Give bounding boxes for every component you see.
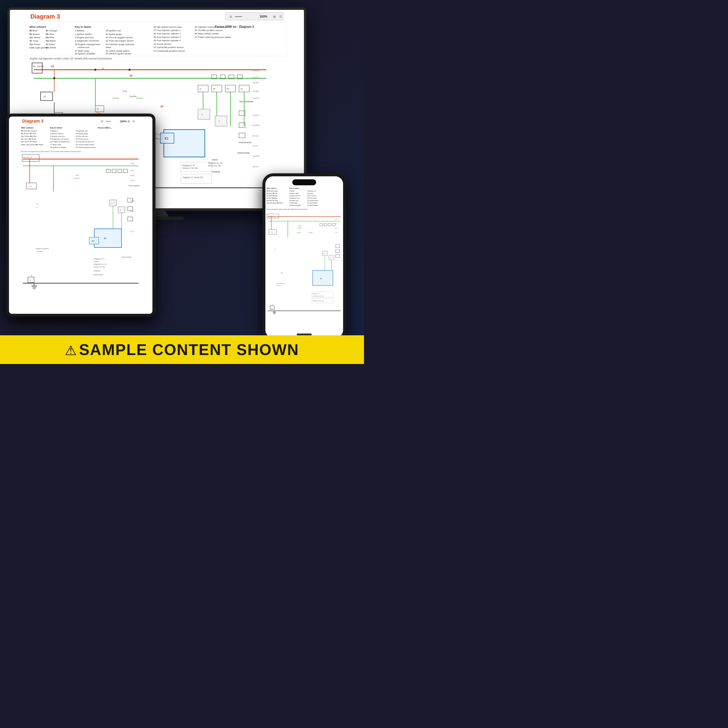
svg-text:Engine management system Zetec: Engine management system Zetec SE models…: [266, 209, 308, 210]
svg-text:Various locations,: Various locations,: [276, 283, 285, 284]
svg-rect-190: [118, 207, 125, 213]
svg-text:4  Diagnostic connector: 4 Diagnostic connector: [51, 138, 69, 140]
svg-text:E1: E1: [165, 137, 168, 140]
svg-text:1  Battery: 1 Battery: [75, 31, 84, 32]
svg-text:Gn/Ge: Gn/Ge: [112, 97, 119, 99]
svg-text:F18: F18: [123, 90, 127, 93]
svg-text:38  Fuel injector cylinder 2: 38 Fuel injector cylinder 2: [154, 32, 181, 35]
phone-main: Wire colours Bl Blue Or Orange Br Brown …: [265, 196, 343, 338]
svg-text:32 Post-cat oxy...: 32 Post-cat oxy...: [307, 197, 317, 199]
svg-text:26  Engine management: 26 Engine management: [51, 141, 70, 142]
svg-text:Heating: Heating: [93, 269, 100, 272]
svg-text:28 Ignition amplifier: 28 Ignition amplifier: [289, 205, 301, 206]
svg-text:26 Engine mgt...: 26 Engine mgt...: [289, 200, 299, 202]
svg-text:Trip computer: Trip computer: [128, 184, 140, 187]
svg-text:Sw/Ge: Sw/Ge: [130, 200, 135, 202]
svg-text:Ws/Bl: Ws/Bl: [130, 174, 135, 176]
svg-text:29  Ignition coil: 29 Ignition coil: [76, 132, 87, 132]
scene: H Haynes shows you how Rendering: Auto: [0, 0, 364, 364]
svg-text:Ws/Bl: Ws/Bl: [335, 228, 338, 229]
svg-text:Sw/Or: Sw/Or: [130, 170, 135, 171]
svg-text:27: 27: [271, 232, 273, 233]
svg-text:Diagram 2, E: Diagram 2, E: [313, 293, 320, 294]
svg-rect-268: [322, 251, 327, 255]
svg-text:3  Engine fuse box: 3 Engine fuse box: [75, 36, 94, 39]
svg-text:30  Spark plugs: 30 Spark plugs: [106, 33, 121, 35]
svg-text:E1: E1: [92, 240, 95, 242]
svg-text:4  Diagnostic connector: 4 Diagnostic connector: [75, 40, 99, 42]
tablet-screen: H Haynes shows you how Ford Focus Servic…: [9, 116, 152, 314]
svg-text:34 Clutch pedal...: 34 Clutch pedal...: [307, 202, 318, 204]
svg-text:31 Pre-cat oxy...: 31 Pre-cat oxy...: [307, 196, 317, 197]
svg-text:Gn/Ge: Gn/Ge: [297, 232, 301, 233]
svg-text:Diagram 2, E: Diagram 2, E: [93, 258, 104, 260]
svg-text:32  Post-cat oxygen sensor: 32 Post-cat oxygen sensor: [106, 40, 134, 42]
svg-text:26: 26: [281, 272, 283, 274]
svg-text:Instruments: Instruments: [122, 256, 132, 258]
phone-device: H Haynes Ford Focus Service and Diagram …: [262, 173, 346, 341]
svg-text:E1: E1: [320, 278, 322, 280]
svg-text:Arrow Cl, Gr, Gb: Arrow Cl, Gr, Gb: [183, 167, 197, 169]
svg-text:3  Engine fuse box: 3 Engine fuse box: [51, 135, 65, 137]
svg-text:Engine management system Zetec: Engine management system Zetec SE models…: [67, 57, 112, 60]
svg-text:Gn/Bl: Gn/Bl: [335, 219, 338, 220]
sample-content-banner: ⚠SAMPLE CONTENT SHOWN: [0, 335, 364, 364]
phone-screen: H Haynes Ford Focus Service and Diagram …: [265, 176, 343, 338]
svg-text:E1: E1: [104, 237, 106, 240]
svg-text:F18: F18: [298, 225, 301, 227]
svg-text:Gn/Ge: Gn/Ge: [74, 177, 80, 179]
svg-text:λ: λ: [111, 202, 112, 204]
svg-text:30  Spark plugs: 30 Spark plugs: [76, 132, 88, 135]
tablet-device: H Haynes shows you how Ford Focus Servic…: [6, 113, 155, 317]
svg-text:Instruments: Instruments: [93, 274, 103, 275]
svg-text:F18: F18: [76, 174, 79, 176]
svg-text:Gn/Ge: Gn/Ge: [309, 232, 313, 233]
phone-app: H Haynes Ford Focus Service and Diagram …: [265, 176, 343, 338]
tablet-diagram: Diagram 3 ⊟ ━━━ 160% ⊞ ⊡ Wire colours Bl…: [51, 132, 152, 314]
svg-text:34  Clutch pedal switch: 34 Clutch pedal switch: [76, 144, 95, 145]
svg-text:Gn Green  Vi Violet: Gn Green Vi Violet: [266, 200, 278, 202]
warning-icon: ⚠: [65, 343, 76, 358]
svg-text:30: 30: [160, 105, 163, 108]
phone-diagram-svg: Wire colours Bl Blue Or Orange Br Brown …: [265, 196, 343, 338]
tablet-main-content: Diagram 3 ⊟ ━━━ 160% ⊞ ⊡ Wire colours Bl…: [51, 132, 152, 314]
svg-text:2  Ignition switch: 2 Ignition switch: [51, 132, 64, 135]
svg-rect-188: [110, 200, 116, 206]
svg-text:F8 F20 F9: F8 F20 F9: [268, 216, 274, 217]
svg-text:Arrow L: Arrow L: [277, 285, 281, 286]
svg-text:control unit: control unit: [77, 46, 89, 49]
svg-text:29  Ignition coil: 29 Ignition coil: [106, 31, 121, 32]
phone-notch: [292, 179, 316, 185]
svg-text:39  Fuel injector cylinder 3: 39 Fuel injector cylinder 3: [154, 36, 181, 38]
svg-text:Clock: Clock: [93, 260, 99, 262]
svg-text:46  Mass airflow sensor: 46 Mass airflow sensor: [194, 32, 202, 35]
svg-text:47  Power steering pressure sw: 47 Power steering pressure switch: [194, 36, 202, 38]
svg-text:37: 37: [199, 88, 202, 90]
svg-text:28  Ignition amplifier: 28 Ignition amplifier: [51, 146, 66, 148]
svg-text:Heating / Instruments: Heating / Instruments: [313, 300, 324, 301]
phone-body: Wire colours Bl Blue Or Orange Br Brown …: [265, 196, 343, 338]
svg-text:Gn/Ge: Gn/Ge: [298, 228, 302, 229]
tablet-app: H Haynes shows you how Ford Focus Servic…: [9, 116, 152, 314]
svg-text:26: 26: [129, 74, 132, 77]
svg-text:+: +: [272, 303, 273, 305]
svg-text:27: 27: [97, 108, 99, 110]
svg-text:27  Main relay: 27 Main relay: [75, 50, 89, 52]
svg-text:Gn/Ge: Gn/Ge: [136, 97, 143, 99]
svg-text:λ: λ: [324, 252, 324, 254]
svg-text:Diagram 2, E: Diagram 2, E: [183, 164, 194, 167]
svg-text:31  Pre-cat oxygen sensor: 31 Pre-cat oxygen sensor: [106, 36, 133, 39]
svg-text:41  Knock sensor: 41 Knock sensor: [154, 43, 171, 46]
sample-text: SAMPLE CONTENT SHOWN: [79, 341, 299, 358]
svg-text:Clock / Arrow Cb, Gb: Clock / Arrow Cb, Gb: [313, 295, 324, 297]
svg-text:27  Main relay: 27 Main relay: [51, 144, 61, 145]
svg-text:1: 1: [271, 307, 272, 309]
svg-text:27 Main relay: 27 Main relay: [289, 202, 298, 204]
svg-text:28  Ignition amplifier: 28 Ignition amplifier: [75, 52, 96, 55]
svg-text:33  Canister purge sol...: 33 Canister purge sol...: [76, 141, 95, 142]
svg-text:valve: valve: [106, 46, 111, 49]
svg-text:λ: λ: [120, 209, 121, 211]
svg-text:Br/Sur: Br/Sur: [130, 210, 135, 212]
svg-text:32  Post-cat oxy...: 32 Post-cat oxy...: [76, 138, 90, 140]
svg-text:40  Fuel injector cylinder 4: 40 Fuel injector cylinder 4: [154, 39, 181, 42]
